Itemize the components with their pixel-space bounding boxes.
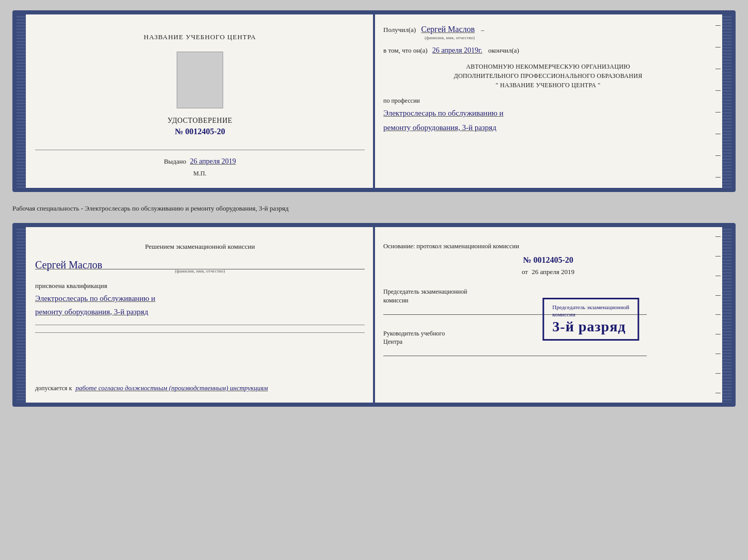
dopuskaetsya-prefix: допускается к xyxy=(35,385,72,392)
udostoverenie-label: УДОСТОВЕРЕНИЕ xyxy=(167,117,232,125)
sig-line-2 xyxy=(35,332,365,333)
org-line2: ДОПОЛНИТЕЛЬНОГО ПРОФЕССИОНАЛЬНОГО ОБРАЗО… xyxy=(383,71,713,81)
osnovanie-text: Основание: протокол экзаменационной коми… xyxy=(383,243,713,250)
vydano-block: Выдано 26 апреля 2019 xyxy=(164,153,236,166)
bottom-doc-right-panel: Основание: протокол экзаменационной коми… xyxy=(373,227,731,403)
sig-line-1 xyxy=(35,325,365,325)
stamp-box: Председатель экзаменационной комиссии 3-… xyxy=(542,298,639,341)
org-line1: АВТОНОМНУЮ НЕКОММЕРЧЕСКУЮ ОРГАНИЗАЦИЮ xyxy=(383,62,713,71)
ot-date: 26 апреля 2019 xyxy=(532,268,574,276)
person-name-block: Сергей Маслов (фамилия, имя, отчество) xyxy=(35,259,365,274)
qualification-line1: Электрослесарь по обслуживанию и xyxy=(35,292,365,306)
org-block: АВТОНОМНУЮ НЕКОММЕРЧЕСКУЮ ОРГАНИЗАЦИЮ ДО… xyxy=(383,62,713,90)
stamp-small-line2: комиссии xyxy=(552,311,629,318)
okonchil-suffix: окончил(а) xyxy=(488,46,519,54)
poluchil-label: Получил(а) xyxy=(383,26,416,34)
stamp-small-line1: Председатель экзаменационной xyxy=(552,303,629,311)
recipient-name: Сергей Маслов xyxy=(421,25,475,34)
prisvoena-label: присвоена квалификация xyxy=(35,282,365,290)
right-dashes xyxy=(714,14,722,188)
predsedatel-line1: Председатель экзаменационной xyxy=(383,288,467,295)
top-doc-org-title: НАЗВАНИЕ УЧЕБНОГО ЦЕНТРА xyxy=(144,33,256,41)
page-wrapper: НАЗВАНИЕ УЧЕБНОГО ЦЕНТРА УДОСТОВЕРЕНИЕ №… xyxy=(12,10,736,407)
org-line3: " НАЗВАНИЕ УЧЕБНОГО ЦЕНТРА " xyxy=(383,81,713,90)
stamp-main-text: 3-й разряд xyxy=(552,318,629,335)
vydano-label: Выдано xyxy=(164,157,186,165)
dopuskaetsya-block: допускается к работе согласно должностны… xyxy=(35,378,365,392)
ot-date-line: от 26 апреля 2019 xyxy=(383,268,713,276)
vtom-date: 26 апреля 2019г. xyxy=(432,46,482,54)
top-doc-right-panel: Получил(а) Сергей Маслов – (фамилия, имя… xyxy=(373,14,731,188)
dash-after-name: – xyxy=(481,26,485,34)
top-doc-left-panel: НАЗВАНИЕ УЧЕБНОГО ЦЕНТРА УДОСТОВЕРЕНИЕ №… xyxy=(17,14,373,188)
fio-label-top: (фамилия, имя, отчество) xyxy=(425,35,713,40)
separator-line xyxy=(35,150,365,150)
udostoverenie-number: № 0012405-20 xyxy=(175,127,225,136)
profession-line1: Электрослесарь по обслуживанию и xyxy=(383,107,713,119)
vtom-prefix: в том, что он(а) xyxy=(383,46,428,54)
profession-line2: ремонту оборудования, 3-й разряд xyxy=(383,121,713,134)
middle-text: Рабочая специальность - Электрослесарь п… xyxy=(12,201,736,214)
resheniem-title: Решением экзаменационной комиссии xyxy=(35,243,365,251)
bottom-document: Решением экзаменационной комиссии Сергей… xyxy=(12,223,736,407)
top-document: НАЗВАНИЕ УЧЕБНОГО ЦЕНТРА УДОСТОВЕРЕНИЕ №… xyxy=(12,10,736,192)
po-professii-label: по профессии xyxy=(383,97,713,105)
ot-label: от xyxy=(522,268,528,276)
bottom-doc-left-panel: Решением экзаменационной комиссии Сергей… xyxy=(17,227,373,403)
right-dashes-bottom xyxy=(714,227,722,403)
rukovoditel-line2: Центра xyxy=(383,338,402,345)
mp-label: М.П. xyxy=(193,170,206,178)
qualification-line2: ремонту оборудования, 3-й разряд xyxy=(35,306,365,319)
predsedatel-line2: комиссии xyxy=(383,297,409,304)
protocol-number: № 0012405-20 xyxy=(383,255,713,265)
received-line: Получил(а) Сергей Маслов – xyxy=(383,25,713,34)
rukovoditel-line1: Руководитель учебного xyxy=(383,330,445,337)
photo-placeholder xyxy=(177,52,223,108)
vydano-date: 26 апреля 2019 xyxy=(190,157,236,165)
dopuskaetsya-text: работе согласно должностным (производств… xyxy=(75,384,268,392)
rukovoditel-sig-line xyxy=(383,356,647,356)
vtom-line: в том, что он(а) 26 апреля 2019г. окончи… xyxy=(383,46,713,55)
